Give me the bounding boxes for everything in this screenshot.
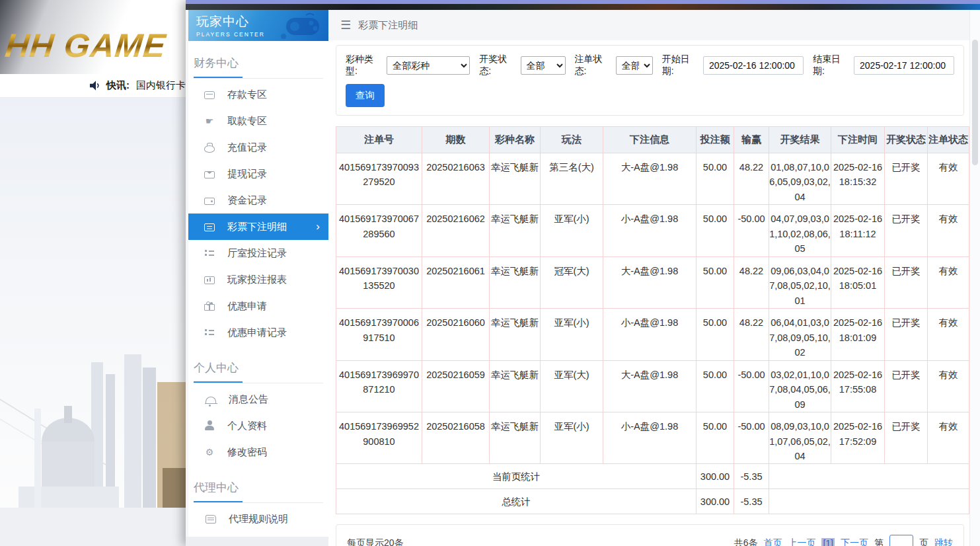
- sidebar-item-deposit-zone[interactable]: 存款专区: [188, 81, 328, 108]
- sidebar-item-withdraw-zone[interactable]: ☛ 取款专区: [188, 108, 328, 134]
- promo-gift-icon: [204, 304, 215, 311]
- sidebar-item-lottery-bet-details[interactable]: 彩票下注明细 ›: [188, 214, 328, 240]
- cell-bet-time: 2025-02-16 17:55:08: [831, 360, 885, 412]
- lottery-type-select[interactable]: 全部彩种: [387, 56, 470, 75]
- cell-order-id: 401569173970006917510: [336, 309, 422, 360]
- cell-bet-info: 大-A盘@1.98: [603, 153, 697, 205]
- summary-win-loss: -5.35: [734, 464, 769, 489]
- jump-button[interactable]: 跳转: [934, 537, 953, 546]
- cell-draw-status: 已开奖: [885, 412, 928, 464]
- ticker-text: 国内银行卡: [136, 79, 186, 92]
- section-underline: [194, 501, 323, 503]
- cell-win-loss: 48.22: [734, 153, 769, 205]
- player-report-chart-icon: [204, 276, 215, 284]
- cell-issue: 20250216063: [422, 153, 490, 205]
- document-icon: [206, 515, 216, 524]
- section-heading-agent: 代理中心: [194, 480, 328, 495]
- sidebar-item-hall-bet-records[interactable]: 厅室投注记录: [188, 240, 328, 266]
- search-button[interactable]: 查询: [346, 84, 385, 107]
- hamburger-menu-icon[interactable]: ☰: [340, 18, 351, 32]
- column-header: 注单状态: [928, 127, 969, 153]
- person-icon: [204, 420, 215, 431]
- summary-bet-total: 300.00: [697, 464, 734, 489]
- sidebar-item-label: 存款专区: [227, 89, 267, 101]
- cell-lottery-name: 幸运飞艇新: [490, 309, 541, 360]
- recharge-bag-icon: [204, 145, 215, 153]
- table-row[interactable]: 401569173969952900810 20250216058 幸运飞艇新 …: [336, 412, 969, 464]
- draw-status-select[interactable]: 全部: [521, 56, 566, 75]
- site-background-photo: [0, 98, 186, 546]
- sidebar-item-profile[interactable]: 个人资料: [188, 412, 328, 439]
- sidebar-item-player-bet-report[interactable]: 玩家投注报表: [188, 266, 328, 293]
- gamepad-icon: [277, 13, 324, 40]
- bets-table: 注单号期数彩种名称玩法下注信息投注额输赢开奖结果下注时间开奖状态注单状态 401…: [336, 126, 969, 514]
- cell-bet-info: 小-A盘@1.98: [603, 309, 697, 360]
- page-summary-row: 当前页统计 300.00 -5.35: [336, 464, 969, 489]
- table-row[interactable]: 401569173970030135520 20250216061 幸运飞艇新 …: [336, 256, 969, 308]
- table-row[interactable]: 401569173970006917510 20250216060 幸运飞艇新 …: [336, 309, 969, 360]
- sidebar-item-label: 取款专区: [227, 115, 267, 128]
- sidebar-item-label: 玩家投注报表: [227, 274, 287, 286]
- cell-draw-status: 已开奖: [885, 153, 928, 205]
- scrollbar-track[interactable]: [969, 10, 980, 546]
- first-page-link[interactable]: 首页: [763, 537, 782, 546]
- sidebar-item-change-password[interactable]: ⚙ 修改密码: [188, 439, 328, 465]
- summary-empty: [769, 464, 969, 489]
- filter-bar: 彩种类型: 全部彩种 开奖状态: 全部 注单状态: 全部 开始日期: 结束日期:…: [336, 45, 964, 116]
- scrollbar-thumb[interactable]: [972, 40, 978, 165]
- cell-bet-amount: 50.00: [697, 153, 734, 205]
- cell-order-id: 401569173970067289560: [336, 205, 422, 256]
- table-row[interactable]: 401569173969970871210 20250216059 幸运飞艇新 …: [336, 360, 969, 412]
- bet-status-select[interactable]: 全部: [616, 56, 653, 75]
- sidebar-item-promo-apply[interactable]: 优惠申请: [188, 293, 328, 319]
- cell-bet-time: 2025-02-16 17:52:09: [831, 412, 885, 464]
- sidebar-item-promo-apply-records[interactable]: 优惠申请记录: [188, 319, 328, 346]
- cell-play-type: 亚军(小): [541, 309, 603, 360]
- ticker-label: 快讯:: [106, 79, 130, 92]
- section-underline: [194, 77, 323, 79]
- column-header: 开奖状态: [885, 127, 928, 153]
- cell-lottery-name: 幸运飞艇新: [490, 360, 541, 412]
- sidebar-item-agent-rules[interactable]: 代理规则说明: [188, 506, 328, 532]
- jump-prefix: 第: [874, 537, 884, 546]
- cell-order-status: 有效: [928, 205, 969, 256]
- sidebar-item-recharge-records[interactable]: 充值记录: [188, 134, 328, 161]
- table-row[interactable]: 401569173970093279520 20250216063 幸运飞艇新 …: [336, 153, 969, 205]
- next-page-link[interactable]: 下一页: [841, 537, 868, 546]
- cell-draw-result: 08,09,03,10,01,07,06,05,02,04: [769, 412, 831, 464]
- column-header: 下注时间: [831, 127, 885, 153]
- summary-label: 总统计: [336, 489, 697, 514]
- cell-bet-info: 大-A盘@1.98: [603, 256, 697, 308]
- cell-lottery-name: 幸运飞艇新: [490, 153, 541, 205]
- end-date-input[interactable]: [854, 56, 954, 75]
- sidebar-item-announcements[interactable]: 消息公告: [188, 386, 328, 412]
- column-header: 开奖结果: [769, 127, 831, 153]
- main-content: ☰ 彩票下注明细 彩种类型: 全部彩种 开奖状态: 全部 注单状态: 全部 开始…: [328, 10, 969, 546]
- page-title: 彩票下注明细: [358, 19, 418, 32]
- start-date-input[interactable]: [703, 56, 804, 75]
- cell-order-status: 有效: [928, 360, 969, 412]
- column-header: 投注额: [697, 127, 734, 153]
- summary-empty: [769, 489, 969, 514]
- cell-win-loss: -50.00: [734, 412, 769, 464]
- sidebar-item-funds-records[interactable]: 资金记录: [188, 187, 328, 214]
- column-header: 玩法: [541, 127, 603, 153]
- cell-order-id: 401569173969970871210: [336, 360, 422, 412]
- cell-bet-info: 小-A盘@1.98: [603, 205, 697, 256]
- column-header: 输赢: [734, 127, 769, 153]
- sidebar-item-label: 代理规则说明: [229, 513, 288, 526]
- sidebar-item-label: 彩票下注明细: [227, 221, 287, 233]
- column-header: 注单号: [336, 127, 422, 153]
- cell-order-status: 有效: [928, 256, 969, 308]
- withdrawal-envelope-icon: [204, 171, 215, 178]
- page-jump-input[interactable]: [889, 535, 913, 546]
- cell-play-type: 亚军(小): [541, 205, 603, 256]
- table-row[interactable]: 401569173970067289560 20250216062 幸运飞艇新 …: [336, 205, 969, 256]
- chevron-right-icon: ›: [316, 220, 320, 233]
- section-underline: [194, 381, 323, 383]
- sidebar-item-withdrawal-records[interactable]: 提现记录: [188, 161, 328, 187]
- sidebar-item-label: 修改密码: [227, 446, 267, 459]
- end-date-label: 结束日期:: [813, 54, 850, 77]
- prev-page-link[interactable]: 上一页: [788, 537, 815, 546]
- sidebar-header: 玩家中心 PLAYERS CENTER: [188, 10, 328, 41]
